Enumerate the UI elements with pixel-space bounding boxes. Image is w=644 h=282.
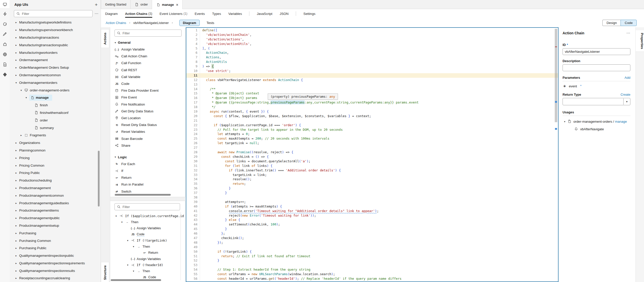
actions-hscrollbar[interactable] bbox=[115, 194, 171, 196]
code-line-5[interactable]: 5], ( bbox=[186, 46, 558, 51]
caret-right-icon[interactable]: ▸ bbox=[15, 187, 18, 189]
code-line-23[interactable]: 23 // Poll for the target link to appear… bbox=[186, 127, 558, 132]
caret-down-icon[interactable]: ▾ bbox=[126, 264, 129, 266]
code-line-21[interactable]: 21 bbox=[186, 118, 558, 123]
code-line-19[interactable]: 19 async run(context, { event }) { bbox=[186, 109, 558, 114]
caret-right-icon[interactable]: ▸ bbox=[15, 232, 18, 235]
caret-down-icon[interactable]: ▾ bbox=[132, 245, 135, 248]
editor-tab-events[interactable]: Events bbox=[195, 9, 205, 18]
caret-right-icon[interactable]: ▸ bbox=[15, 202, 18, 204]
code-line-20[interactable]: 20 const { $flow, $application, $base, $… bbox=[186, 114, 558, 118]
code-line-43[interactable]: 43 } else { bbox=[186, 218, 558, 222]
code-line-24[interactable]: 24 let attempts = 0; bbox=[186, 132, 558, 136]
action-get-dirty-data-status[interactable]: Get Dirty Data Status bbox=[110, 108, 185, 115]
create-type-link[interactable]: Create bbox=[621, 93, 630, 96]
caret-down-icon[interactable]: ▾ bbox=[20, 89, 23, 92]
code-editor[interactable]: 1define([2 'vb/action/actionChain',3 'vb… bbox=[186, 27, 559, 282]
code-line-46[interactable]: 46 }; bbox=[186, 231, 558, 236]
id-field[interactable] bbox=[563, 48, 630, 55]
code-line-16[interactable]: 16 * @param {Object} params bbox=[186, 96, 558, 100]
structure-node-if-targetlink-[interactable]: ▾If (!targetLink) bbox=[110, 237, 185, 243]
usage-listener[interactable]: vbAfterNavigate bbox=[580, 127, 604, 131]
sidebar-item-qualitymanagementinspectionpublic[interactable]: ▸Qualitymanagementinspectionpublic bbox=[10, 252, 101, 260]
app-uis-menu-icon[interactable]: ⋯ bbox=[95, 11, 99, 16]
code-line-50[interactable]: 50 if (!targetLink) { bbox=[186, 249, 558, 254]
structure-vscrollbar[interactable] bbox=[181, 212, 181, 280]
caret-right-icon[interactable]: ▸ bbox=[15, 171, 18, 174]
caret-right-icon[interactable]: ▸ bbox=[15, 194, 18, 197]
sidebar-item-order[interactable]: order bbox=[10, 116, 101, 124]
section-general[interactable]: ▾General bbox=[110, 39, 185, 46]
caret-right-icon[interactable]: ▸ bbox=[15, 44, 18, 46]
doc-tab-order[interactable]: order bbox=[131, 0, 152, 9]
structure-node-code[interactable]: JSCode bbox=[110, 231, 185, 237]
action-fire-notification[interactable]: Fire Notification bbox=[110, 101, 185, 108]
code-line-44[interactable]: 44 setTimeout(checkLink, 100); bbox=[186, 222, 558, 227]
rail-git-diamond-icon[interactable] bbox=[0, 69, 10, 80]
sidebar-item-order-management-orders[interactable]: ▾order-management-orders bbox=[10, 86, 101, 94]
code-line-12[interactable]: 12 class vbAfterNavigateListener extends… bbox=[186, 78, 558, 82]
sidebar-item-ordermanagement-orders-setup[interactable]: ▸OrderManagement Orders Setup bbox=[10, 64, 101, 71]
code-line-36[interactable]: 36 } bbox=[186, 186, 558, 191]
caret-right-icon[interactable]: ▸ bbox=[15, 141, 18, 144]
caret-right-icon[interactable]: ▸ bbox=[15, 59, 18, 61]
sidebar-item-manufacturingsupervisorworkbench[interactable]: ▸Manufacturingsupervisorworkbench bbox=[10, 26, 101, 34]
sidebar-scrollbar[interactable] bbox=[98, 151, 100, 207]
code-line-17[interactable]: 17 * @param {{previousPage:string,previo… bbox=[186, 100, 558, 105]
section-logic[interactable]: ▾Logic bbox=[110, 154, 185, 161]
sidebar-item-pricing-public[interactable]: ▸Pricing Public bbox=[10, 169, 101, 177]
caret-right-icon[interactable]: ▸ bbox=[15, 21, 18, 24]
code-line-53[interactable]: 53 bbox=[186, 263, 558, 267]
code-button[interactable]: Code bbox=[621, 20, 637, 26]
caret-right-icon[interactable]: ▸ bbox=[15, 224, 18, 227]
caret-down-icon[interactable]: ▾ bbox=[126, 239, 129, 242]
structure-filter-input[interactable]: Filter bbox=[114, 203, 180, 210]
action-fire-event[interactable]: Fire Event bbox=[110, 94, 185, 101]
code-line-52[interactable]: 52 } bbox=[186, 258, 558, 263]
design-button[interactable]: Design bbox=[602, 20, 621, 26]
code-line-8[interactable]: 8 ActionUtils bbox=[186, 60, 558, 64]
caret-right-icon[interactable]: ▸ bbox=[15, 29, 18, 31]
sidebar-item-planningcommon[interactable]: ▸Planningcommon bbox=[10, 147, 101, 154]
add-parameter-link[interactable]: Add bbox=[625, 76, 630, 80]
caret-right-icon[interactable]: ▸ bbox=[15, 209, 18, 212]
caret-right-icon[interactable]: ▸ bbox=[15, 254, 18, 257]
caret-down-icon[interactable]: ▾ bbox=[564, 120, 565, 123]
code-line-31[interactable]: 31 for (let link of links) { bbox=[186, 164, 558, 168]
structure-node-if-headerid-[interactable]: ▾If (!headerId) bbox=[110, 262, 185, 268]
sidebar-item-purchasing[interactable]: ▸Purchasing bbox=[10, 229, 101, 237]
code-line-55[interactable]: 55 const urlParams = new URLSearchParams… bbox=[186, 272, 558, 276]
code-line-28[interactable]: 28 await new Promise((resolve, reject) =… bbox=[186, 150, 558, 155]
tab-properties[interactable]: Properties bbox=[636, 30, 644, 52]
action-return[interactable]: ↩Return bbox=[110, 174, 185, 181]
editor-tab-types[interactable]: Types bbox=[212, 9, 221, 18]
code-line-22[interactable]: 22 if ($application.currentPage.id === '… bbox=[186, 123, 558, 127]
code-line-48[interactable]: 48 }); bbox=[186, 240, 558, 245]
return-type-select[interactable]: ▼ bbox=[563, 98, 630, 105]
action-share[interactable]: Share bbox=[110, 142, 185, 149]
caret-right-icon[interactable]: ▸ bbox=[15, 149, 18, 152]
action-call-variable[interactable]: (x)Call Variable bbox=[110, 73, 185, 80]
structure-node-then[interactable]: ▾→Then bbox=[110, 219, 185, 225]
sidebar-item-manage[interactable]: ▾manage bbox=[10, 94, 101, 101]
doc-tab-getting-started[interactable]: Getting Started bbox=[101, 0, 131, 9]
sidebar-item-qualitymanagementinspectionresults[interactable]: ▸Qualitymanagementinspectionresults bbox=[10, 267, 101, 274]
action-call-action-chain[interactable]: Call Action Chain bbox=[110, 53, 185, 60]
parameter-name[interactable]: event bbox=[569, 84, 577, 88]
caret-right-icon[interactable]: ▸ bbox=[15, 179, 18, 182]
code-line-4[interactable]: 4 'vb/action/actionUtils', bbox=[186, 42, 558, 46]
code-line-1[interactable]: 1define([ bbox=[186, 28, 558, 33]
caret-right-icon[interactable]: ▸ bbox=[15, 247, 18, 249]
breadcrumb-action-chains-link[interactable]: Action Chains bbox=[106, 21, 126, 25]
caret-right-icon[interactable]: ▸ bbox=[15, 277, 18, 279]
sidebar-item-manufacturingtransactions[interactable]: ▸Manufacturingtransactions bbox=[10, 34, 101, 41]
sidebar-item-manufacturingsetupworkdefinitions[interactable]: ▸Manufacturingsetupworkdefinitions bbox=[10, 19, 101, 26]
properties-menu-icon[interactable]: ⋯ bbox=[626, 31, 630, 35]
code-line-18[interactable]: 18 */ bbox=[186, 105, 558, 109]
sidebar-item-finishwithemailconf[interactable]: finishwithemailconf bbox=[10, 109, 101, 117]
caret-right-icon[interactable]: ▸ bbox=[15, 164, 18, 167]
structure-node-assign-variables[interactable]: (→)Assign Variables bbox=[110, 256, 185, 262]
editor-tab-event-listeners[interactable]: Event Listeners(1) bbox=[160, 9, 187, 18]
sidebar-item-productmanagementitems[interactable]: ▸Productmanagementitems bbox=[10, 207, 101, 214]
code-line-35[interactable]: 35 return; bbox=[186, 182, 558, 186]
